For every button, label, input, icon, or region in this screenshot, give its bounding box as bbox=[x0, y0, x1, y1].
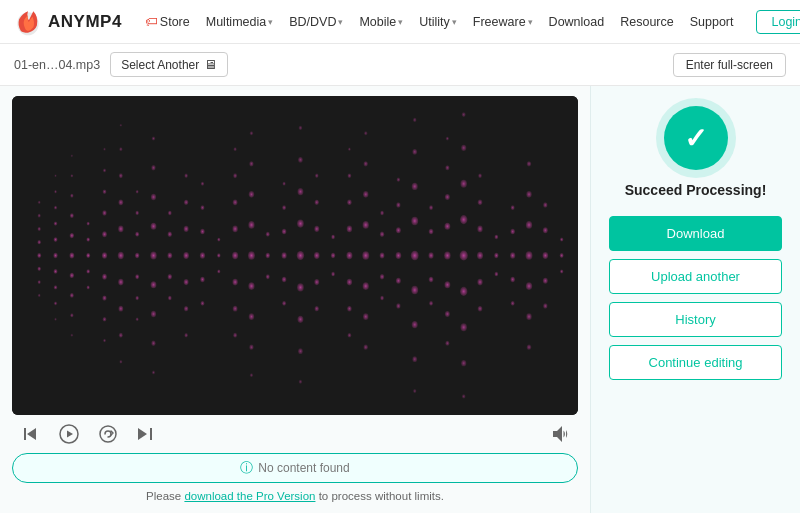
svg-point-54 bbox=[119, 360, 122, 363]
toolbar-left: 01-en…04.mp3 Select Another 🖥 bbox=[14, 52, 228, 77]
svg-point-32 bbox=[87, 222, 90, 226]
svg-point-8 bbox=[38, 280, 41, 284]
svg-point-171 bbox=[413, 389, 416, 393]
login-button[interactable]: Login bbox=[756, 10, 800, 34]
svg-point-167 bbox=[413, 118, 416, 122]
success-text: Succeed Processing! bbox=[625, 182, 767, 198]
volume-button[interactable] bbox=[546, 422, 574, 446]
svg-point-114 bbox=[282, 205, 286, 210]
logo[interactable]: ANYMP4 bbox=[12, 6, 122, 38]
loop-button[interactable] bbox=[94, 422, 122, 446]
svg-point-51 bbox=[118, 279, 123, 286]
svg-point-176 bbox=[429, 301, 433, 306]
svg-point-68 bbox=[151, 311, 156, 317]
svg-point-45 bbox=[118, 252, 124, 259]
svg-point-215 bbox=[543, 252, 549, 259]
svg-point-160 bbox=[397, 178, 400, 182]
svg-point-192 bbox=[461, 360, 466, 366]
svg-point-26 bbox=[70, 273, 74, 278]
nav-freeware-label: Freeware bbox=[473, 15, 526, 29]
svg-point-73 bbox=[168, 211, 172, 216]
svg-point-22 bbox=[70, 213, 74, 218]
skip-back-button[interactable] bbox=[16, 422, 44, 446]
nav-support[interactable]: Support bbox=[683, 11, 741, 33]
svg-point-181 bbox=[446, 137, 449, 141]
svg-point-224 bbox=[100, 426, 116, 442]
play-icon bbox=[58, 423, 80, 445]
svg-point-209 bbox=[526, 221, 532, 229]
nav-store[interactable]: 🏷 Store bbox=[138, 10, 197, 33]
svg-point-132 bbox=[315, 306, 319, 311]
svg-point-163 bbox=[411, 251, 419, 261]
nav-utility[interactable]: Utility ▾ bbox=[412, 11, 464, 33]
upload-another-button[interactable]: Upload another bbox=[609, 259, 782, 294]
svg-point-119 bbox=[297, 219, 304, 227]
continue-editing-button[interactable]: Continue editing bbox=[609, 345, 782, 380]
svg-point-55 bbox=[135, 253, 139, 258]
loop-icon bbox=[98, 424, 118, 444]
info-icon: ⓘ bbox=[240, 459, 253, 477]
nav-store-label: Store bbox=[160, 15, 190, 29]
svg-point-147 bbox=[364, 161, 368, 166]
nav-resource[interactable]: Resource bbox=[613, 11, 681, 33]
svg-point-218 bbox=[543, 278, 548, 284]
nav-multimedia[interactable]: Multimedia ▾ bbox=[199, 11, 280, 33]
svg-point-212 bbox=[526, 282, 532, 290]
nav-multimedia-label: Multimedia bbox=[206, 15, 266, 29]
nav-mobile[interactable]: Mobile ▾ bbox=[352, 11, 410, 33]
svg-point-164 bbox=[411, 217, 418, 226]
svg-point-222 bbox=[560, 269, 563, 273]
waveform-container bbox=[12, 96, 578, 415]
nav-freeware[interactable]: Freeware ▾ bbox=[466, 11, 540, 33]
nav-download[interactable]: Download bbox=[542, 11, 612, 33]
svg-point-197 bbox=[478, 173, 482, 178]
player-controls bbox=[12, 415, 578, 451]
svg-point-106 bbox=[249, 313, 254, 320]
svg-point-210 bbox=[526, 191, 531, 198]
svg-point-84 bbox=[200, 229, 205, 235]
svg-point-189 bbox=[462, 112, 466, 117]
svg-point-25 bbox=[71, 154, 73, 157]
svg-point-157 bbox=[396, 252, 402, 259]
svg-point-75 bbox=[168, 296, 172, 301]
svg-point-186 bbox=[460, 215, 467, 224]
navbar: ANYMP4 🏷 Store Multimedia ▾ BD/DVD ▾ Mob… bbox=[0, 0, 800, 44]
svg-point-202 bbox=[495, 272, 499, 277]
svg-point-23 bbox=[70, 194, 73, 198]
svg-point-206 bbox=[510, 277, 515, 283]
svg-point-219 bbox=[543, 303, 547, 308]
nav-bddvd-label: BD/DVD bbox=[289, 15, 336, 29]
svg-point-18 bbox=[54, 301, 57, 305]
svg-rect-1 bbox=[12, 96, 578, 415]
pro-version-link[interactable]: download the Pro Version bbox=[184, 490, 315, 502]
svg-point-60 bbox=[135, 296, 138, 300]
svg-point-184 bbox=[445, 341, 449, 346]
svg-point-133 bbox=[331, 253, 335, 258]
svg-point-190 bbox=[460, 287, 467, 296]
svg-point-9 bbox=[38, 294, 41, 297]
svg-point-139 bbox=[348, 173, 352, 178]
svg-point-105 bbox=[248, 282, 254, 290]
play-button[interactable] bbox=[54, 421, 84, 447]
nav-bddvd[interactable]: BD/DVD ▾ bbox=[282, 11, 350, 33]
fullscreen-button[interactable]: Enter full-screen bbox=[673, 53, 786, 77]
svg-point-57 bbox=[135, 211, 138, 215]
waveform-visualization bbox=[12, 96, 578, 415]
svg-point-168 bbox=[411, 286, 418, 295]
download-button[interactable]: Download bbox=[609, 216, 782, 251]
svg-point-72 bbox=[168, 232, 172, 237]
select-another-button[interactable]: Select Another 🖥 bbox=[110, 52, 228, 77]
monitor-icon: 🖥 bbox=[204, 57, 217, 72]
svg-point-43 bbox=[103, 317, 107, 322]
svg-point-24 bbox=[71, 174, 74, 177]
svg-point-191 bbox=[460, 323, 467, 331]
svg-point-117 bbox=[282, 301, 286, 306]
svg-point-179 bbox=[445, 194, 450, 200]
svg-point-103 bbox=[249, 161, 253, 166]
skip-forward-button[interactable] bbox=[132, 422, 160, 446]
svg-point-205 bbox=[511, 205, 515, 210]
svg-point-6 bbox=[38, 201, 41, 204]
svg-point-142 bbox=[347, 306, 352, 312]
svg-point-46 bbox=[118, 226, 123, 233]
history-button[interactable]: History bbox=[609, 302, 782, 337]
